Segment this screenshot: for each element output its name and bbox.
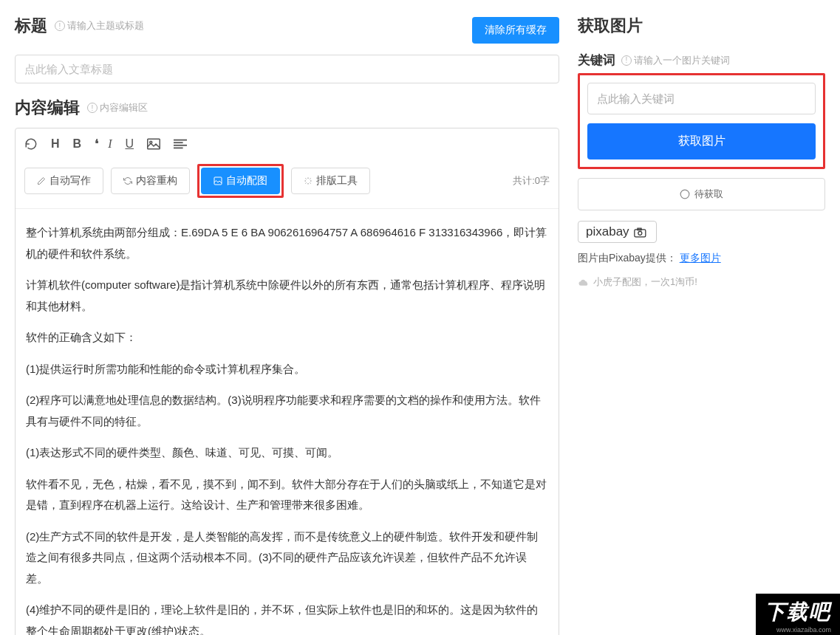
watermark: 下载吧 www.xiazaiba.com: [756, 594, 840, 635]
credit-text: 小虎子配图，一次1淘币!: [578, 275, 825, 289]
svg-rect-8: [635, 229, 646, 236]
auto-write-button[interactable]: 自动写作: [24, 168, 103, 194]
paragraph: (2)生产方式不同的软件是开发，是人类智能的高发挥，而不是传统意义上的硬件制造。…: [26, 526, 548, 590]
format-toolbar: H B ❛❛ I U: [16, 128, 559, 159]
auto-write-label: 自动写作: [49, 174, 91, 188]
paragraph: 软件的正确含义如下：: [26, 327, 548, 349]
title-hint: ! 请输入主题或标题: [55, 19, 144, 32]
editor-container: H B ❛❛ I U 自动写作 内容重构: [15, 128, 559, 635]
keyword-input[interactable]: [587, 83, 816, 114]
paragraph: (4)维护不同的硬件是旧的，理论上软件是旧的，并不坏，但实际上软件也是旧的和坏的…: [26, 600, 548, 635]
restructure-label: 内容重构: [136, 174, 177, 188]
fetch-image-button[interactable]: 获取图片: [587, 123, 816, 159]
paragraph: 整个计算机系统由两部分组成：E.69DA 5 E 6 BA 9062616964…: [26, 222, 548, 264]
pixabay-logo: pixabay: [578, 221, 657, 243]
article-title-input[interactable]: [15, 55, 559, 83]
paragraph: (2)程序可以满意地处理信息的数据结构。(3)说明程序功能要求和程序需要的文档的…: [26, 390, 548, 432]
watermark-text: 下载吧: [765, 600, 831, 623]
main-editor-panel: 标题 ! 请输入主题或标题 清除所有缓存 内容编辑 ! 内容编辑区 H: [15, 15, 559, 620]
info-icon: !: [621, 55, 632, 66]
pending-label: 待获取: [694, 188, 723, 201]
align-icon[interactable]: [174, 139, 187, 149]
sidebar-title: 获取图片: [578, 15, 643, 37]
svg-point-7: [680, 190, 689, 199]
word-count: 共计:0字: [513, 174, 550, 188]
image-icon[interactable]: [147, 138, 160, 150]
content-section-label: 内容编辑: [15, 97, 80, 119]
paragraph: 软件看不见，无色，枯燥，看不见，摸不到，闻不到。软件大部分存在于人们的头脑或纸上…: [26, 474, 548, 516]
title-section-label: 标题: [15, 15, 47, 37]
paragraph: (1)提供运行时所需功能和性能的命令或计算机程序集合。: [26, 359, 548, 380]
paragraph: (1)表达形式不同的硬件类型、颜色、味道、可见、可摸、可闻。: [26, 442, 548, 464]
highlighted-keyword-box: 获取图片: [578, 73, 825, 169]
more-images-link[interactable]: 更多图片: [680, 252, 721, 264]
action-toolbar: 自动写作 内容重构 自动配图 排版工具 共计:0字: [16, 159, 559, 209]
keyword-hint: ! 请输入一个图片关键词: [621, 54, 730, 67]
watermark-url: www.xiazaiba.com: [765, 626, 831, 634]
info-icon: !: [87, 103, 98, 113]
pending-button[interactable]: 待获取: [578, 178, 825, 210]
keyword-label: 关键词: [578, 52, 615, 69]
bold-button[interactable]: B: [73, 137, 82, 151]
content-hint-text: 内容编辑区: [100, 101, 148, 114]
content-hint: ! 内容编辑区: [87, 101, 148, 114]
svg-rect-0: [148, 139, 160, 149]
heading-button[interactable]: H: [51, 137, 60, 151]
layout-tool-label: 排版工具: [316, 174, 358, 188]
source-prefix: 图片由Pixabay提供：: [578, 252, 677, 264]
credit-label: 小虎子配图，一次1淘币!: [593, 275, 697, 289]
restructure-button[interactable]: 内容重构: [111, 168, 190, 194]
keyword-hint-text: 请输入一个图片关键词: [634, 54, 730, 67]
italic-button[interactable]: I: [108, 137, 112, 151]
image-source: 图片由Pixabay提供： 更多图片: [578, 252, 825, 265]
layout-tool-button[interactable]: 排版工具: [291, 168, 370, 194]
svg-point-9: [638, 231, 642, 235]
clear-cache-button[interactable]: 清除所有缓存: [472, 17, 559, 44]
info-icon: !: [55, 21, 65, 31]
auto-image-button[interactable]: 自动配图: [201, 168, 280, 194]
underline-button[interactable]: U: [125, 137, 134, 151]
cloud-icon: [578, 278, 590, 286]
title-hint-text: 请输入主题或标题: [67, 19, 144, 32]
editor-content[interactable]: 整个计算机系统由两部分组成：E.69DA 5 E 6 BA 9062616964…: [16, 209, 559, 635]
image-sidebar: 获取图片 关键词 ! 请输入一个图片关键词 获取图片 待获取 pixabay 图…: [578, 15, 825, 620]
auto-image-label: 自动配图: [226, 174, 267, 188]
highlighted-action: 自动配图: [197, 164, 284, 198]
paragraph: 计算机软件(computer software)是指计算机系统中除硬件以外的所有…: [26, 275, 548, 317]
pixabay-text: pixabay: [586, 224, 629, 238]
undo-icon[interactable]: [24, 137, 38, 151]
